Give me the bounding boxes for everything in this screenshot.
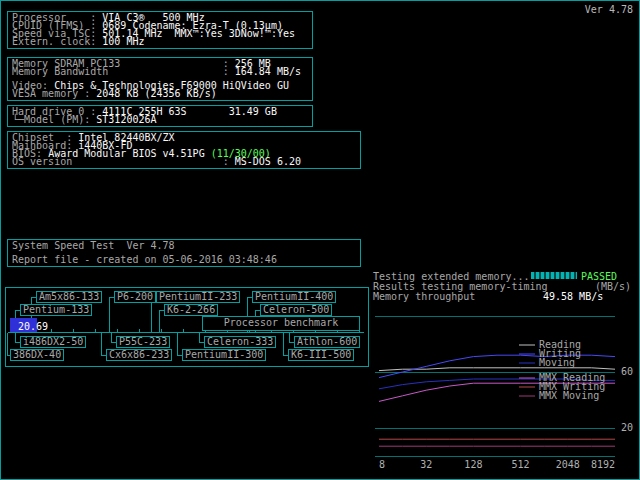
info-text-value: 164.84 MB/s xyxy=(235,66,301,77)
cpu-reference-label: K6-III-500 xyxy=(288,349,354,361)
cpu-reference-label: PentiumII-300 xyxy=(182,349,266,361)
cpu-reference-label: P6-200 xyxy=(114,291,156,303)
memory-video-info-box: Memory SDRAM PC133 : 256 MBMemory Bandwi… xyxy=(7,57,313,101)
speedsys-screen: Ver 4.78 Processor : VIA C3® 500 MHzCPUI… xyxy=(0,0,640,480)
benchmark-title: Processor benchmark xyxy=(202,316,360,331)
version-label: Ver 4.78 xyxy=(585,4,633,15)
cpu-reference-label: Pentium-133 xyxy=(20,304,92,316)
info-text-value: 2048 KB (24356 KB/s) xyxy=(96,88,216,99)
info-text-value: MS-DOS 6.20 xyxy=(235,156,301,167)
info-row: Extern. clock: 100 MHz xyxy=(12,38,308,46)
info-text-label: Report file - created on 05-06-2016 03:4… xyxy=(12,254,277,265)
memory-test-panel: Testing extended memory... PASSED Result… xyxy=(371,269,637,475)
system-info-box: Chipset : Intel 82440BX/ZXMainboard: i44… xyxy=(7,131,361,169)
info-row: VESA memory : 2048 KB (24356 KB/s) xyxy=(12,90,308,98)
y-axis-label: 20 xyxy=(621,422,633,433)
x-axis-label: 128 xyxy=(464,459,482,470)
info-text-label: VESA memory : xyxy=(12,88,96,99)
x-axis-label: 32 xyxy=(420,459,432,470)
hard-drive-info-box: Hard drive 0 : 4111C 255H 63S 31.49 GB└─… xyxy=(7,105,313,127)
cpu-reference-label: K6-2-266 xyxy=(164,304,218,316)
memory-throughput-label: Memory throughput xyxy=(373,291,475,302)
cpu-reference-label: PentiumII-400 xyxy=(252,291,336,303)
benchmark-score-value: 20.69 xyxy=(18,321,48,332)
info-text-value: 100 MHz xyxy=(102,36,144,47)
cpu-reference-label: 386DX-40 xyxy=(10,349,64,361)
x-axis-label: 8 xyxy=(379,459,385,470)
cpu-reference-label: PentiumII-233 xyxy=(156,291,240,303)
memory-timing-chart: 602083212851220488192ReadingWritingMovin… xyxy=(371,303,637,475)
x-axis-label: 2048 xyxy=(556,459,580,470)
cpu-reference-label: Cx6x86-233 xyxy=(106,349,172,361)
info-row: OS version : MS-DOS 6.20 xyxy=(12,158,356,166)
cpu-reference-label: Celeron-500 xyxy=(260,304,332,316)
memory-throughput-line: Memory throughput xyxy=(373,291,475,302)
legend-label: MMX Moving xyxy=(539,390,599,401)
benchmark-scale-line xyxy=(8,332,364,333)
info-text-value: ST3120026A xyxy=(96,114,156,125)
processor-info-box: Processor : VIA C3® 500 MHzCPUID (TFMS) … xyxy=(7,11,313,49)
info-row: Report file - created on 05-06-2016 03:4… xyxy=(12,256,356,264)
cpu-reference-label: i486DX2-50 xyxy=(20,336,86,348)
x-axis-label: 512 xyxy=(512,459,530,470)
benchmark-title-text: Processor benchmark xyxy=(224,317,338,328)
legend-label: Moving xyxy=(539,357,575,368)
memory-test-progress-bar xyxy=(531,272,577,279)
info-text-label: Extern. clock: xyxy=(12,36,102,47)
processor-benchmark-panel: 20.69 Processor benchmark Am5x86-133P6-2… xyxy=(5,287,369,367)
cpu-reference-label: P55C-233 xyxy=(116,336,170,348)
info-text-label: OS version : xyxy=(12,156,235,167)
info-text-label: System Speed Test Ver 4.78 xyxy=(12,240,175,251)
info-text-label: └─Model (PM): xyxy=(12,114,96,125)
cpu-reference-label: Celeron-333 xyxy=(204,336,276,348)
cpu-reference-label: Am5x86-133 xyxy=(36,291,102,303)
x-axis-label: 8192 xyxy=(591,459,615,470)
info-row: └─Model (PM): ST3120026A xyxy=(12,116,308,124)
info-text-label: Memory Bandwidth : xyxy=(12,66,235,77)
report-info-box: System Speed Test Ver 4.78Report file - … xyxy=(7,239,361,267)
cpu-reference-label: Athlon-600 xyxy=(294,336,360,348)
info-row: System Speed Test Ver 4.78 xyxy=(12,242,356,250)
y-axis-label: 60 xyxy=(621,366,633,377)
memory-throughput-value: 49.58 MB/s xyxy=(543,291,603,302)
info-row: Memory Bandwidth : 164.84 MB/s xyxy=(12,68,308,76)
